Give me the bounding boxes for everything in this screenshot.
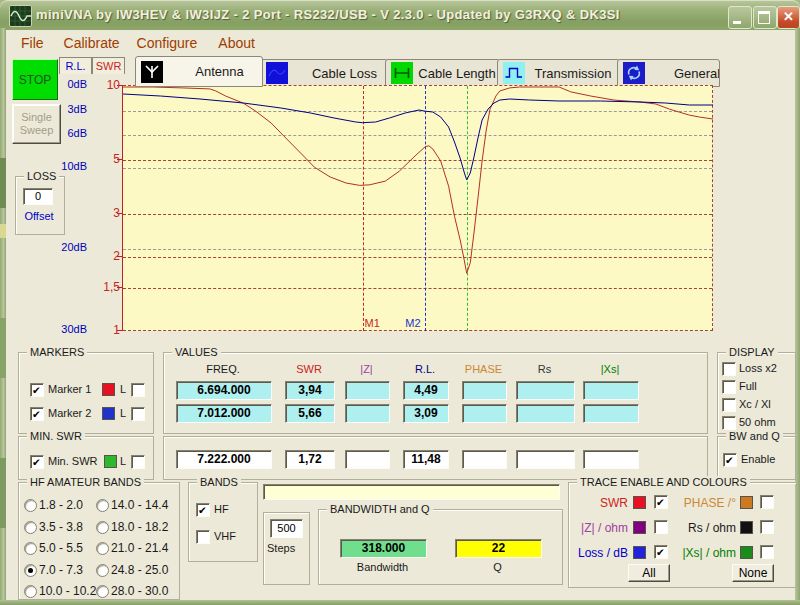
trace-all-button[interactable]: All — [628, 564, 670, 582]
trace-swr-label: SWR — [570, 496, 628, 510]
band-radio-28-0-30-0[interactable] — [96, 585, 109, 598]
tab-antenna[interactable]: Antenna — [135, 56, 263, 87]
band-radio-21-0-21-4[interactable] — [96, 542, 109, 555]
tab-cable-loss[interactable]: Cable Loss — [260, 59, 388, 87]
value-m1-z[interactable] — [345, 381, 390, 400]
loss-group-title: LOSS — [24, 170, 59, 182]
display-xc-xl-checkbox[interactable] — [722, 398, 736, 412]
bands-hf-checkbox[interactable] — [196, 503, 210, 517]
value-m1-freq[interactable]: 6.694.000 — [176, 381, 272, 400]
values-header-r-l: R.L. — [395, 363, 455, 375]
tab-transmission[interactable]: Transmission — [497, 59, 620, 87]
trace-rs-ohm-label: Rs / ohm — [672, 521, 736, 535]
value-min-r-l[interactable]: 11,48 — [403, 450, 449, 469]
value-min-xs[interactable] — [583, 450, 639, 469]
band-radio-24-8-25-0[interactable] — [96, 564, 109, 577]
bands-group: BANDS — [188, 482, 258, 562]
min-swr-group-title: MIN. SWR — [27, 430, 85, 442]
value-m1-swr[interactable]: 3,94 — [285, 381, 335, 400]
chart-curves — [123, 86, 713, 332]
loss-group: LOSS — [15, 176, 65, 235]
display-loss-x2-checkbox[interactable] — [722, 362, 736, 376]
band-radio-5-0-5-5[interactable] — [24, 542, 37, 555]
bands-vhf-checkbox[interactable] — [196, 530, 210, 544]
display-full-checkbox[interactable] — [722, 380, 736, 394]
value-m2-r-l[interactable]: 3,09 — [403, 404, 449, 423]
band-radio-7-0-7-3[interactable] — [24, 564, 37, 577]
trace-rs-ohm-checkbox[interactable] — [760, 520, 774, 534]
min-swr-l-checkbox[interactable] — [131, 455, 145, 469]
loss-offset-input[interactable]: 0 — [23, 188, 53, 205]
value-m2-xs[interactable] — [583, 404, 639, 423]
bw-q-group-title: BW and Q — [726, 430, 783, 442]
band-label-18-0-18-2: 18.0 - 18.2 — [111, 520, 168, 534]
trace-loss-db-label: Loss / dB — [570, 546, 628, 560]
trace-xs-ohm-swatch — [740, 546, 753, 559]
trace-z-ohm-checkbox[interactable] — [654, 520, 668, 534]
marker1-color-swatch — [102, 383, 115, 396]
marker2-checkbox[interactable] — [30, 407, 44, 421]
band-radio-1-8-2-0[interactable] — [24, 499, 37, 512]
value-min-rs[interactable] — [516, 450, 575, 469]
chart-plot-area[interactable]: M1M2 — [123, 85, 713, 331]
band-radio-10-0-10-2[interactable] — [24, 585, 37, 598]
tab-cable-length[interactable]: Cable Length — [385, 59, 500, 87]
tab-label: Cable Length — [415, 60, 499, 86]
display-50-ohm-label: 50 ohm — [739, 416, 776, 428]
chart-left-axis — [122, 85, 123, 331]
tab-label: Antenna — [177, 57, 262, 86]
trace-xs-ohm-checkbox[interactable] — [760, 545, 774, 559]
bands-hf-label: HF — [214, 503, 229, 515]
marker1-checkbox[interactable] — [30, 383, 44, 397]
bands-group-title: BANDS — [197, 476, 241, 488]
marker2-l-checkbox[interactable] — [131, 407, 145, 421]
trace-swr-checkbox[interactable] — [654, 495, 668, 509]
marker1-label: Marker 1 — [48, 383, 91, 395]
value-m2-z[interactable] — [345, 404, 390, 423]
trace-group-title: TRACE ENABLE AND COLOURS — [577, 476, 750, 488]
band-radio-14-0-14-4[interactable] — [96, 499, 109, 512]
values-header-swr: SWR — [279, 363, 339, 375]
tab-general[interactable]: General — [617, 59, 720, 87]
values-header-freq: FREQ. — [193, 363, 253, 375]
band-radio-18-0-18-2[interactable] — [96, 521, 109, 534]
rl-scale-tab[interactable]: R.L. — [59, 57, 92, 74]
values-header-rs: Rs — [515, 363, 575, 375]
steps-input[interactable]: 500 — [270, 519, 303, 538]
value-m1-r-l[interactable]: 4,49 — [403, 381, 449, 400]
values-header-phase: PHASE — [454, 363, 514, 375]
trace-z-ohm-label: |Z| / ohm — [570, 521, 628, 535]
value-m2-rs[interactable] — [516, 404, 575, 423]
trace-loss-db-checkbox[interactable] — [654, 545, 668, 559]
min-swr-checkbox[interactable] — [30, 455, 44, 469]
trace-phase-checkbox[interactable] — [760, 495, 774, 509]
series-swr — [123, 87, 713, 273]
cable-loss-icon — [266, 62, 288, 84]
swr-scale-tab[interactable]: SWR — [92, 57, 125, 74]
trace-none-button[interactable]: None — [732, 564, 774, 582]
trace-rs-ohm-swatch — [740, 521, 753, 534]
value-m2-phase[interactable] — [462, 404, 507, 423]
rl-scale-10db: 10dB — [47, 160, 87, 172]
band-label-5-0-5-5: 5.0 - 5.5 — [39, 541, 83, 555]
value-min-freq[interactable]: 7.222.000 — [176, 450, 272, 469]
bwq-enable-checkbox[interactable] — [723, 453, 737, 467]
value-min-swr[interactable]: 1,72 — [285, 450, 335, 469]
band-label-1-8-2-0: 1.8 - 2.0 — [39, 498, 83, 512]
marker1-l-checkbox[interactable] — [131, 383, 145, 397]
values-group-title: VALUES — [172, 346, 221, 358]
value-min-z[interactable] — [345, 450, 390, 469]
band-radio-3-5-3-8[interactable] — [24, 521, 37, 534]
value-m2-freq[interactable]: 7.012.000 — [176, 404, 272, 423]
display-50-ohm-checkbox[interactable] — [722, 416, 736, 430]
marker1-l-label: L — [120, 383, 126, 395]
swr-scale-10: 10 — [82, 78, 120, 92]
value-m2-swr[interactable]: 5,66 — [285, 404, 335, 423]
value-m1-rs[interactable] — [516, 381, 575, 400]
value-min-phase[interactable] — [462, 450, 507, 469]
value-m1-xs[interactable] — [583, 381, 639, 400]
sweep-progress-field — [263, 484, 560, 500]
value-m1-phase[interactable] — [462, 381, 507, 400]
q-label: Q — [455, 561, 540, 573]
display-xc-xl-label: Xc / Xl — [739, 398, 771, 410]
